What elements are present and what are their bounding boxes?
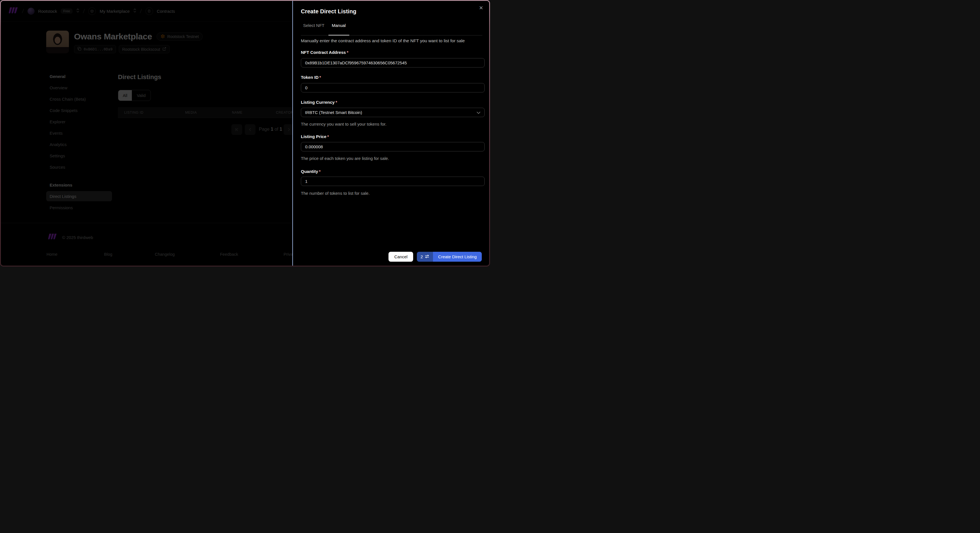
transaction-count: 2 xyxy=(420,254,423,259)
submit-button-group: 2 Create Direct Listing xyxy=(417,252,482,262)
chevron-down-icon xyxy=(477,110,480,115)
tab-select-nft[interactable]: Select NFT xyxy=(303,23,325,28)
swap-arrows-icon xyxy=(425,254,429,259)
listing-price-input[interactable] xyxy=(301,142,485,151)
quantity-input[interactable] xyxy=(301,177,485,186)
listing-price-helper: The price of each token you are listing … xyxy=(301,156,389,161)
token-id-label: Token ID* xyxy=(301,75,321,80)
create-direct-listing-button[interactable]: Create Direct Listing xyxy=(433,252,482,262)
listing-currency-helper: The currency you want to sell your token… xyxy=(301,122,387,126)
drawer-footer: Cancel 2 Create Direct Listing xyxy=(388,252,482,262)
contract-address-input[interactable] xyxy=(301,58,485,67)
close-icon[interactable]: ✕ xyxy=(478,4,484,12)
quantity-helper: The number of tokens to list for sale. xyxy=(301,191,370,196)
listing-price-label: Listing Price* xyxy=(301,134,329,139)
cancel-button[interactable]: Cancel xyxy=(388,252,413,262)
tab-divider xyxy=(301,35,482,35)
listing-currency-value: tRBTC (Testnet Smart Bitcoin) xyxy=(305,110,362,115)
drawer-description: Manually enter the contract address and … xyxy=(301,38,485,43)
listing-currency-label: Listing Currency* xyxy=(301,100,337,105)
create-listing-drawer: Create Direct Listing ✕ Select NFT Manua… xyxy=(292,1,489,266)
transaction-count-button[interactable]: 2 xyxy=(417,252,433,262)
drawer-title: Create Direct Listing xyxy=(301,8,356,15)
tab-manual[interactable]: Manual xyxy=(332,23,346,28)
modal-dim-overlay[interactable] xyxy=(1,1,292,266)
app-window: / Rootstock Free / My Marketplace / Cont… xyxy=(1,1,489,266)
token-id-input[interactable] xyxy=(301,83,485,92)
listing-currency-select[interactable]: tRBTC (Testnet Smart Bitcoin) xyxy=(301,108,485,117)
quantity-label: Quantity* xyxy=(301,169,321,174)
window-frame: / Rootstock Free / My Marketplace / Cont… xyxy=(0,0,490,266)
contract-address-label: NFT Contract Address* xyxy=(301,50,348,55)
active-tab-underline xyxy=(328,35,349,36)
